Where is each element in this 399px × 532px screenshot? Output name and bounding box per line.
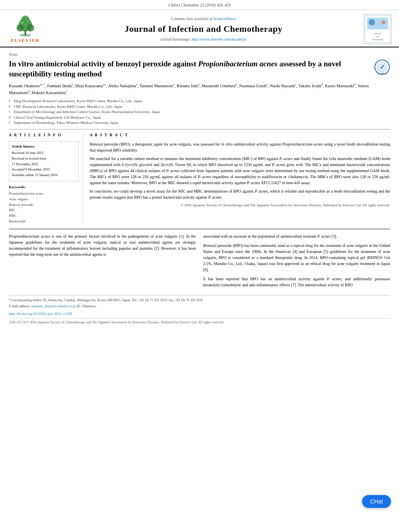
article-title: In vitro antimicrobial activity of benzo… (9, 59, 390, 79)
affiliation-d: d Clinical Trial Testing Department, LSI… (9, 115, 390, 121)
email-link[interactable]: okamoto_dix@mii.maruho.co.jp (31, 304, 76, 308)
homepage-label: journal homepage: (160, 37, 191, 41)
keyword-1: Propionibacterium acnes (9, 191, 79, 196)
svg-point-1 (19, 34, 31, 37)
homepage-link[interactable]: http://www.elsevier.com/locate/jic (191, 37, 247, 41)
body-section: Propionibacterium acnes is one of the pr… (9, 229, 390, 291)
svg-text:and: and (376, 35, 380, 37)
abstract-col: A B S T R A C T Benzoyl peroxide (BPO), … (90, 133, 390, 225)
article-info-heading: A R T I C L E I N F O (9, 133, 79, 138)
svg-point-11 (369, 19, 375, 26)
affiliation-a: a Drug Development Research Laboratories… (9, 99, 390, 104)
aff-sup-c: c (9, 109, 12, 115)
footnote-area: * Corresponding author. 93, Awata-cho, C… (9, 295, 390, 309)
doi-anchor[interactable]: http://dx.doi.org/10.1016/j.jiac.2015.12… (9, 312, 72, 316)
keyword-2: Acne vulgaris (9, 197, 79, 202)
received-revised-item: Received in revised form (12, 156, 76, 161)
page: J Infect Chemother 22 (2016) 426–429 ELS… (0, 0, 399, 532)
aff-sup-a: a (9, 99, 12, 104)
body-para-1: Propionibacterium acnes is one of the pr… (9, 233, 196, 257)
aff-text-b: CMC Research Laboratories, Kyoto R&D Cen… (14, 104, 122, 110)
keywords-title: Keywords: (9, 185, 79, 190)
svg-text:Infection: Infection (374, 33, 381, 35)
aff-sup-e: e (9, 120, 12, 126)
elsevier-logo: ELSEVIER (7, 14, 43, 43)
svg-point-7 (27, 21, 29, 22)
journal-title: Journal of Infection and Chemotherapy (47, 23, 360, 35)
citation-text: J Infect Chemother 22 (2016) 426–429 (168, 3, 231, 7)
body-para-r1: associated with an increase in the popul… (203, 233, 390, 239)
svg-text:CrossMark: CrossMark (377, 72, 387, 74)
body-col-left: Propionibacterium acnes is one of the pr… (9, 233, 196, 291)
abstract-para-2: We searched for a suitable culture mediu… (90, 156, 390, 186)
svg-point-6 (21, 22, 24, 24)
svg-text:Chemotherapy: Chemotherapy (372, 39, 384, 41)
crossmark-icon: ✓ CrossMark (374, 59, 390, 75)
keyword-3: Benzoyl peroxide (9, 203, 79, 207)
article-content: Note In vitro antimicrobial activity of … (0, 47, 399, 329)
elsevier-tree-icon (11, 14, 40, 37)
chat-button[interactable]: CHat (362, 495, 391, 508)
authors-line: Kazuaki Okamotoa,c,*, Fumiaki Ikedaa, Sh… (9, 82, 390, 97)
bottom-copyright: 1341-321 X/© 2016 Japanese Society of Ch… (9, 318, 390, 325)
affiliation-c: c Department of Microbiology and Infecti… (9, 109, 390, 115)
article-history-box: Article history: Received 10 June 2015 R… (9, 141, 79, 181)
svg-point-4 (27, 24, 34, 31)
sciencedirect-link[interactable]: ScienceDirect (213, 16, 236, 21)
abstract-text: Benzoyl peroxide (BPO), a therapeutic ag… (90, 141, 390, 208)
received-item: Received 10 June 2015 (12, 151, 76, 156)
footnote-corresponding: * Corresponding author. 93, Awata-cho, C… (9, 298, 390, 303)
journal-center: Contents lists available at ScienceDirec… (47, 16, 360, 42)
info-abstract-section: A R T I C L E I N F O Article history: R… (9, 129, 390, 225)
aff-text-a: Drug Development Research Laboratories, … (14, 99, 142, 104)
svg-point-3 (16, 24, 24, 31)
accepted-item: Accepted 9 December 2015 (12, 167, 76, 172)
aff-sup-b: b (9, 104, 12, 110)
journal-thumbnail: Infection and Chemotherapy (364, 14, 392, 44)
affiliations: a Drug Development Research Laboratories… (9, 99, 390, 126)
body-two-col: Propionibacterium acnes is one of the pr… (9, 233, 390, 291)
keyword-4: MIC (9, 208, 79, 213)
body-col-right: associated with an increase in the popul… (203, 233, 390, 291)
contents-line: Contents lists available at ScienceDirec… (47, 16, 360, 22)
journal-cover-icon: Infection and Chemotherapy (364, 14, 391, 44)
body-para-r2: Benzoyl peroxide (BPO) has been commonly… (203, 242, 390, 273)
aff-text-d: Clinical Trial Testing Department, LSI M… (14, 115, 101, 121)
journal-homepage: journal homepage: http://www.elsevier.co… (47, 37, 360, 42)
abstract-copyright: © 2016 Japanese Society of Chemotherapy … (90, 203, 390, 208)
doi-link[interactable]: http://dx.doi.org/10.1016/j.jiac.2015.12… (9, 311, 390, 316)
title-part1: In vitro antimicrobial activity of benzo… (9, 60, 196, 68)
journal-header: ELSEVIER Contents lists available at Sci… (0, 10, 399, 47)
contents-label: Contents lists available at (171, 16, 212, 21)
revised-date-item: 17 November 2015 (12, 162, 76, 167)
elsevier-label: ELSEVIER (11, 37, 40, 43)
keyword-6: Bactericidal (9, 219, 79, 224)
aff-text-e: Department of Dermatology, Tokyo Women's… (14, 120, 118, 126)
affiliation-b: b CMC Research Laboratories, Kyoto R&D C… (9, 104, 390, 110)
svg-text:✓: ✓ (380, 64, 385, 70)
abstract-para-1: Benzoyl peroxide (BPO), a therapeutic ag… (90, 141, 390, 153)
keyword-5: MBC (9, 214, 79, 218)
aff-text-c: Department of Microbiology and Infection… (14, 109, 160, 115)
keywords-box: Keywords: Propionibacterium acnes Acne v… (9, 185, 79, 224)
svg-point-12 (382, 21, 386, 25)
online-item: Available online 21 January 2016 (12, 173, 76, 178)
body-para-r3: It has been reported that BPO has an ant… (203, 276, 390, 288)
title-italic: Propionibacterium acnes (198, 60, 278, 68)
article-info-col: A R T I C L E I N F O Article history: R… (9, 133, 83, 225)
top-citation: J Infect Chemother 22 (2016) 426–429 (0, 0, 399, 10)
history-title: Article history: (12, 144, 76, 149)
abstract-para-3: In conclusion, we could develop a novel … (90, 188, 390, 200)
affiliation-e: e Department of Dermatology, Tokyo Women… (9, 120, 390, 126)
aff-sup-d: d (9, 115, 12, 121)
abstract-heading: A B S T R A C T (90, 133, 390, 138)
note-label: Note (9, 51, 390, 58)
footnote-email: E-mail address: okamoto_dix@mii.maruho.c… (9, 304, 390, 309)
